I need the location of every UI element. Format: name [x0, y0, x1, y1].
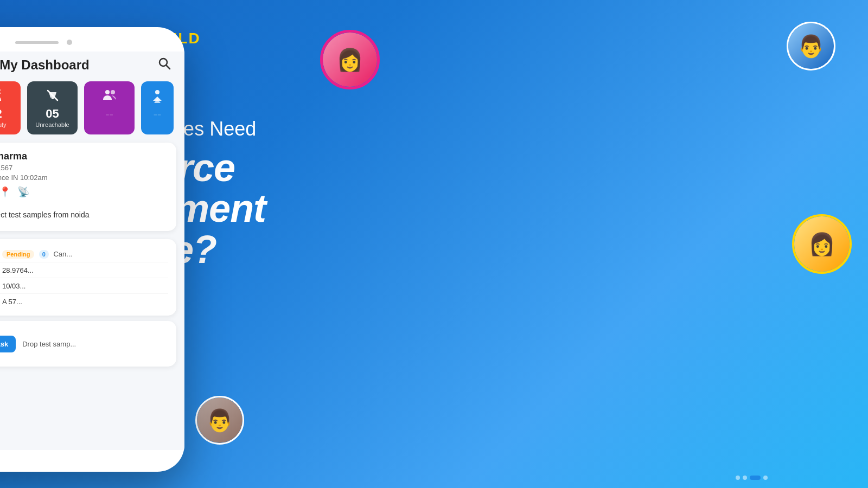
- phone-notch: [0, 35, 184, 52]
- wifi-icon: 📡: [17, 186, 29, 198]
- avatar-right-side: 👩: [792, 214, 852, 274]
- status-card-4[interactable]: --: [84, 81, 135, 134]
- svg-rect-19: [52, 98, 54, 99]
- employee-phone: 📞 9945871567: [0, 164, 168, 172]
- employee-card-bottom: 👨 Current Task Drop test samp...: [0, 321, 176, 367]
- dot-3-active: [750, 476, 761, 480]
- card4-icon: [102, 88, 117, 106]
- bottom-task-text: Drop test samp...: [22, 340, 168, 348]
- employee-info: Anjali Sharma 📞 9945871567 📅 Attendance …: [0, 151, 168, 198]
- phone-mockup: My Dashboard ✓ 15: [0, 27, 184, 472]
- off-duty-icon: [0, 88, 3, 106]
- location-value: 28.9764...: [2, 266, 168, 274]
- dot-2: [743, 476, 747, 480]
- app-header: My Dashboard: [0, 52, 184, 81]
- lu-row: 🔒 LU → 10/03...: [0, 278, 168, 294]
- app-content: My Dashboard ✓ 15: [0, 52, 184, 450]
- dots-decoration: [736, 476, 768, 480]
- avatar-man-beard: 👨: [197, 397, 242, 443]
- unreachable-label: Unreachable: [35, 121, 69, 128]
- svg-point-23: [155, 90, 159, 94]
- avatar-woman-glasses: 👩: [323, 33, 377, 87]
- avatar-man-top-right: 👨: [788, 23, 834, 69]
- address-value: A 57...: [2, 298, 168, 306]
- notch-circle: [67, 40, 72, 45]
- svg-point-21: [105, 90, 110, 94]
- task-extra: Can...: [53, 250, 72, 258]
- svg-point-22: [111, 90, 115, 94]
- info-rows: 📋 Task Status → Pending 0 Can... 📍 Locat…: [0, 239, 176, 316]
- current-task-text: Collect test samples from noida: [0, 210, 90, 219]
- address-row: 📌 Address → A 57...: [0, 294, 168, 309]
- avatar-top-right: 👨: [787, 22, 835, 70]
- dot-4: [763, 476, 768, 480]
- avatar-bottom-left: 👨: [195, 396, 244, 445]
- card5-icon: [150, 88, 165, 106]
- task-status-row: 📋 Task Status → Pending 0 Can...: [0, 246, 168, 262]
- status-card-off-duty[interactable]: 02 Off Duty: [0, 81, 21, 134]
- employee-name: Anjali Sharma: [0, 151, 168, 162]
- status-card-unreachable[interactable]: 05 Unreachable: [27, 81, 78, 134]
- search-icon[interactable]: [158, 57, 171, 73]
- pending-badge: Pending: [2, 250, 34, 259]
- unreachable-icon: [45, 88, 60, 106]
- avatar-woman-right: 👩: [794, 216, 850, 272]
- dot-1: [736, 476, 740, 480]
- bottom-task-button[interactable]: Current Task: [0, 336, 16, 352]
- location-icon: 📍: [0, 186, 11, 198]
- pending-count: 0: [39, 250, 49, 259]
- status-card-5[interactable]: --: [141, 81, 174, 134]
- lu-value: 10/03...: [2, 282, 168, 290]
- attendance-text: Attendance IN 10:02am: [0, 174, 48, 182]
- off-duty-label: Off Duty: [0, 121, 7, 128]
- app-title: My Dashboard: [0, 57, 90, 73]
- card4-count: --: [105, 108, 113, 120]
- status-cards-row: ✓ 15 On Duty 02 Off Duty: [0, 81, 184, 143]
- employee-top: 👩 Anjali Sharma 📞 9945871567 📅 Attendanc…: [0, 151, 168, 198]
- card5-count: --: [154, 108, 162, 120]
- task-status-value: Pending 0 Can...: [2, 249, 72, 259]
- off-duty-count: 02: [0, 108, 2, 120]
- phone-number: 9945871567: [0, 164, 12, 172]
- avatar-top-center: 👩: [320, 30, 380, 89]
- svg-line-12: [167, 66, 170, 69]
- employee-attendance: 📅 Attendance IN 10:02am: [0, 174, 168, 182]
- notch-bar: [15, 41, 59, 44]
- location-row: 📍 Location → 28.9764...: [0, 262, 168, 278]
- employee-card-anjali: 👩 Anjali Sharma 📞 9945871567 📅 Attendanc…: [0, 143, 176, 231]
- employee-status-icons: 97 📶 📍 📡: [0, 186, 168, 198]
- unreachable-count: 05: [46, 108, 59, 120]
- current-task-row: Current Task Collect test samples from n…: [0, 206, 168, 223]
